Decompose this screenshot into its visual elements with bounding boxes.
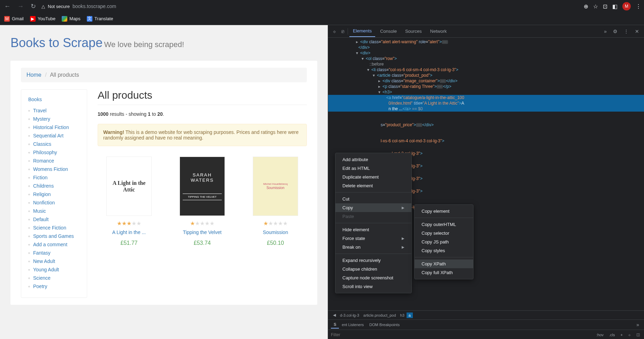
menu-item[interactable]: Scroll into view: [335, 282, 411, 291]
product-title[interactable]: Soumission: [244, 229, 307, 235]
dom-node[interactable]: ::before: [328, 61, 644, 67]
category-item[interactable]: Travel: [33, 106, 80, 115]
listeners-tab[interactable]: ent Listeners: [339, 321, 366, 328]
category-item[interactable]: Mystery: [33, 115, 80, 123]
product-image[interactable]: Michel HouellebecqSoumission: [253, 157, 298, 216]
styles-tab[interactable]: S: [331, 321, 339, 329]
bc-item-active[interactable]: a: [407, 312, 413, 318]
side-panel-icon[interactable]: ◧: [612, 3, 618, 10]
category-item[interactable]: Fiction: [33, 173, 80, 182]
product-card[interactable]: A Light in the Attic★★★★★A Light in the …: [98, 157, 160, 246]
category-item[interactable]: Sports and Games: [33, 232, 80, 240]
category-item[interactable]: New Adult: [33, 257, 80, 265]
bookmark-gmail[interactable]: MGmail: [4, 16, 24, 22]
more-styles-icon[interactable]: »: [634, 320, 641, 330]
menu-item[interactable]: Cut: [335, 195, 411, 203]
hov-button[interactable]: :hov: [595, 332, 605, 338]
menu-item[interactable]: Copy styles: [415, 246, 473, 255]
breakpoints-tab[interactable]: DOM Breakpoints: [366, 321, 402, 328]
zoom-icon[interactable]: ⊕: [584, 3, 588, 10]
category-item[interactable]: Religion: [33, 190, 80, 198]
devtools-menu-icon[interactable]: ⋮: [622, 27, 631, 36]
menu-item[interactable]: Copy XPath: [415, 259, 473, 268]
page-viewport[interactable]: Books to Scrape We love being scraped! H…: [0, 25, 328, 339]
extensions-icon[interactable]: ⊡: [603, 3, 607, 10]
dom-node-selected[interactable]: n the ...</a> == $0: [328, 106, 644, 112]
settings-icon[interactable]: ⚙: [611, 27, 620, 36]
reload-button[interactable]: ↻: [29, 1, 37, 12]
menu-item[interactable]: Expand recursively: [335, 256, 411, 265]
menu-item[interactable]: Copy outerHTML: [415, 220, 473, 229]
bookmark-youtube[interactable]: ▶YouTube: [30, 16, 55, 22]
category-item[interactable]: Young Adult: [33, 265, 80, 274]
dom-tree[interactable]: ▸<div class="alert alert-warning" role="…: [328, 38, 644, 310]
bookmark-star-icon[interactable]: ☆: [593, 3, 598, 10]
dom-node[interactable]: ▾<article class="product_pod">: [328, 73, 644, 78]
category-item[interactable]: Fantasy: [33, 249, 80, 257]
bc-item[interactable]: d-3.col-lg-3: [338, 312, 361, 318]
context-menu-main[interactable]: Add attributeEdit as HTMLDuplicate eleme…: [335, 153, 412, 293]
dom-node[interactable]: ▾<li class="col-xs-6 col-sm-4 col-md-3 c…: [328, 67, 644, 73]
category-item[interactable]: Add a comment: [33, 240, 80, 249]
category-item[interactable]: Science Fiction: [33, 224, 80, 232]
menu-item[interactable]: Copy JS path: [415, 238, 473, 246]
tab-sources[interactable]: Sources: [402, 26, 425, 37]
profile-avatar[interactable]: M: [622, 2, 631, 10]
back-button[interactable]: ←: [3, 1, 12, 12]
bc-item[interactable]: h3: [398, 312, 407, 318]
menu-item[interactable]: Delete element: [335, 181, 411, 190]
category-item[interactable]: Science: [33, 274, 80, 282]
menu-item[interactable]: Break on▶: [335, 243, 411, 251]
new-style-button[interactable]: +: [619, 332, 624, 338]
dom-node[interactable]: </div>: [328, 45, 644, 50]
category-item[interactable]: Default: [33, 215, 80, 224]
category-item[interactable]: Childrens: [33, 182, 80, 190]
category-item[interactable]: Classics: [33, 140, 80, 148]
menu-item[interactable]: Edit as HTML: [335, 164, 411, 173]
product-card[interactable]: SARAH WATERSTIPPING THE VELVET★★★★★Tippi…: [171, 157, 234, 246]
tab-console[interactable]: Console: [377, 26, 400, 37]
dom-node[interactable]: ▾<h3>: [328, 89, 644, 95]
panel-icon[interactable]: ◫: [635, 332, 641, 338]
bookmark-maps[interactable]: Maps: [62, 16, 81, 22]
menu-item[interactable]: Hide element: [335, 225, 411, 234]
sidebar-title[interactable]: Books: [28, 97, 80, 102]
menu-icon[interactable]: ⋮: [636, 3, 641, 10]
menu-item[interactable]: Capture node screenshot: [335, 273, 411, 282]
computed-icon[interactable]: ⟐: [627, 332, 632, 338]
dom-node-selected[interactable]: 0/index.html" title="A Light in the Atti…: [328, 100, 644, 106]
breadcrumb-scroll-left[interactable]: ◀: [331, 313, 338, 317]
dom-node[interactable]: ▸<div class="alert alert-warning" role="…: [328, 39, 644, 45]
bookmark-translate[interactable]: 文Translate: [87, 16, 113, 22]
breadcrumb-home[interactable]: Home: [26, 72, 41, 78]
inspect-icon[interactable]: ⟐: [331, 27, 338, 36]
bc-item[interactable]: article.product_pod: [361, 312, 398, 318]
forward-button[interactable]: →: [16, 1, 25, 12]
category-item[interactable]: Music: [33, 207, 80, 215]
menu-item[interactable]: Collapse children: [335, 265, 411, 273]
menu-item[interactable]: Copy element: [415, 207, 473, 216]
menu-item[interactable]: Duplicate element: [335, 173, 411, 181]
category-item[interactable]: Philosophy: [33, 148, 80, 157]
more-tabs-icon[interactable]: »: [602, 27, 609, 36]
category-item[interactable]: Sequential Art: [33, 131, 80, 140]
cls-button[interactable]: .cls: [608, 332, 616, 338]
category-item[interactable]: Poetry: [33, 282, 80, 291]
category-item[interactable]: Nonfiction: [33, 198, 80, 207]
dom-node[interactable]: ▾<div>: [328, 50, 644, 56]
dom-breadcrumb[interactable]: ◀ d-3.col-lg-3 article.product_pod h3 a: [328, 310, 644, 319]
product-image[interactable]: A Light in the Attic: [106, 157, 152, 216]
category-item[interactable]: Womens Fiction: [33, 165, 80, 173]
menu-item[interactable]: Paste: [335, 212, 411, 221]
menu-item[interactable]: Copy selector: [415, 229, 473, 238]
menu-item[interactable]: Add attribute: [335, 155, 411, 164]
dom-node[interactable]: ▸<div class="image_container">⋯</div>: [328, 78, 644, 84]
site-title[interactable]: Books to Scrape: [10, 36, 103, 50]
product-title[interactable]: Tipping the Velvet: [171, 229, 234, 235]
product-image[interactable]: SARAH WATERSTIPPING THE VELVET: [180, 157, 225, 216]
close-devtools-icon[interactable]: ✕: [633, 27, 641, 36]
tab-network[interactable]: Network: [427, 26, 450, 37]
menu-item[interactable]: Copy full XPath: [415, 268, 473, 277]
dom-node-selected[interactable]: ⋯ <a href="catalogue/a-light-in-the-atti…: [328, 95, 644, 100]
menu-item[interactable]: Copy▶: [335, 203, 411, 212]
